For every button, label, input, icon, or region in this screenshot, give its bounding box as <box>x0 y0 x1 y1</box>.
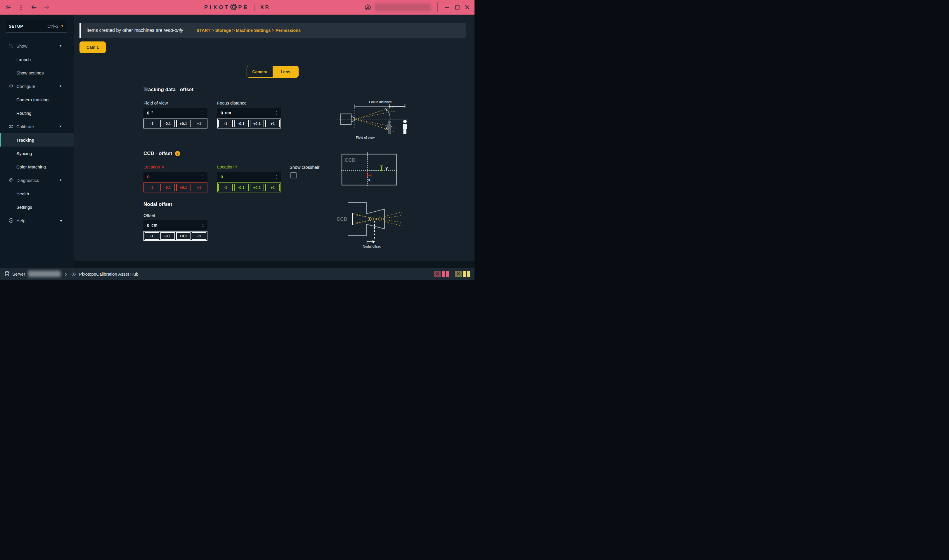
user-account-icon[interactable] <box>364 4 371 11</box>
ccd-diagram: CCD y x <box>341 152 398 187</box>
input-value: 0 <box>221 174 223 179</box>
toggle-camera[interactable]: Camera <box>247 66 273 77</box>
sidebar-item-tracking[interactable]: Tracking <box>0 133 74 146</box>
field-of-view-group: Field of view 0 ° ▲▼ -1 -0.1 +0.1 +1 <box>144 100 207 128</box>
asset-hub-label[interactable]: PixotopeCalibration Asset Hub <box>79 272 139 277</box>
plus-0_1-button[interactable]: +0.1 <box>250 184 264 191</box>
plus-0_1-button[interactable]: +0.1 <box>176 232 191 240</box>
close-button[interactable] <box>464 4 471 11</box>
minus-1-button[interactable]: -1 <box>145 184 159 191</box>
location-x-input[interactable]: 0 ▲▼ <box>144 172 207 182</box>
sidebar-item-label: Launch <box>16 57 31 62</box>
minus-0_1-button[interactable]: -0.1 <box>160 232 175 240</box>
forward-icon[interactable] <box>43 4 50 11</box>
sidebar-item-settings[interactable]: Settings <box>0 200 74 214</box>
spinner-arrows[interactable]: ▲▼ <box>276 110 278 115</box>
maximize-button[interactable] <box>454 4 460 11</box>
minus-0_1-button[interactable]: -0.1 <box>234 120 248 127</box>
spinner-arrows[interactable]: ▲▼ <box>202 110 204 115</box>
titlebar-left <box>0 4 50 11</box>
nodal-offset-input[interactable]: 0 cm ▲▼ <box>144 220 207 230</box>
plus-1-button[interactable]: +1 <box>265 120 280 127</box>
minus-1-button[interactable]: -1 <box>145 232 159 240</box>
logo-text-left: PIXOT <box>204 5 230 11</box>
sidebar-item-camera-tracking[interactable]: Camera tracking <box>0 93 74 106</box>
collapse-sidebar-icon[interactable] <box>5 4 12 11</box>
sidebar-item-help[interactable]: ? Help ◀ <box>0 214 74 227</box>
sidebar-item-diagnostics[interactable]: Diagnostics ▼ <box>0 174 74 187</box>
sidebar-item-label: Settings <box>16 205 32 210</box>
minus-1-button[interactable]: -1 <box>218 184 233 191</box>
sidebar-item-label: Help <box>16 218 25 223</box>
sidebar-item-show[interactable]: Show ▼ <box>0 39 74 52</box>
notice-emphasis: read-only <box>164 28 183 33</box>
minus-0_1-button[interactable]: -0.1 <box>160 184 175 191</box>
plus-0_1-button[interactable]: +0.1 <box>176 184 191 191</box>
chevron-down-icon: ▼ <box>61 25 64 28</box>
info-icon[interactable]: i <box>175 151 180 156</box>
minus-1-button[interactable]: -1 <box>218 120 233 127</box>
sidebar-item-label: Color Matching <box>16 165 46 169</box>
sidebar-menu: Show ▼ Launch Show settings ⚙ Configure … <box>0 39 74 227</box>
input-value: 0 <box>147 110 149 115</box>
ccd-label: CCD <box>336 216 347 222</box>
stop-icon-yellow[interactable]: ✕ <box>455 271 461 277</box>
sidebar-item-configure[interactable]: ⚙ Configure ▼ <box>0 79 74 93</box>
spinner-arrows[interactable]: ▲▼ <box>202 174 204 179</box>
input-value: 0 <box>221 110 223 115</box>
plus-1-button[interactable]: +1 <box>192 120 206 127</box>
spinner-arrows[interactable]: ▲▼ <box>276 174 278 179</box>
focus-distance-input[interactable]: 0 cm ▲▼ <box>217 108 281 118</box>
minus-0_1-button[interactable]: -0.1 <box>160 120 175 127</box>
breadcrumb[interactable]: START > Storage > Machine Settings > Per… <box>197 28 301 33</box>
sidebar-item-label: Routing <box>16 111 32 115</box>
titlebar-divider <box>437 2 438 12</box>
logo-divider <box>255 4 255 11</box>
field-of-view-input[interactable]: 0 ° ▲▼ <box>144 108 207 118</box>
mode-selector[interactable]: SETUP Ctrl+2 ▼ <box>6 20 66 33</box>
minimize-button[interactable] <box>444 4 451 11</box>
sidebar-item-color-matching[interactable]: Color Matching <box>0 160 74 174</box>
back-icon[interactable] <box>30 4 37 11</box>
sidebar-item-syncing[interactable]: Syncing <box>0 146 74 160</box>
field-label: Offset <box>144 213 207 218</box>
pause-bar-pink[interactable] <box>446 271 449 277</box>
sidebar-item-show-settings[interactable]: Show settings <box>0 66 74 79</box>
server-icon <box>5 271 9 277</box>
sidebar-item-calibrate[interactable]: Calibrate ▼ <box>0 120 74 133</box>
pause-bar-yellow[interactable] <box>463 271 466 277</box>
stop-icon-pink[interactable]: ✕ <box>434 271 441 277</box>
field-of-view-label: Field of view <box>356 136 375 139</box>
spinner-arrows[interactable]: ▲▼ <box>202 223 204 228</box>
titlebar: PIXOT PE XR <box>0 0 474 15</box>
minus-1-button[interactable]: -1 <box>145 120 159 127</box>
plus-0_1-button[interactable]: +0.1 <box>176 120 191 127</box>
sidebar-item-health[interactable]: Health <box>0 187 74 200</box>
plus-1-button[interactable]: +1 <box>192 232 206 240</box>
sidebar-item-launch[interactable]: Launch <box>0 52 74 66</box>
stepper-row: -1 -0.1 +0.1 +1 <box>144 183 207 192</box>
location-y-input[interactable]: 0 ▲▼ <box>217 172 281 182</box>
plus-0_1-button[interactable]: +0.1 <box>250 120 264 127</box>
person-gray <box>387 121 391 134</box>
sidebar-item-routing[interactable]: Routing <box>0 106 74 120</box>
minus-0_1-button[interactable]: -0.1 <box>234 184 248 191</box>
pause-bar-pink[interactable] <box>442 271 445 277</box>
y-axis-label: y <box>386 165 388 170</box>
pause-bar-yellow[interactable] <box>467 271 470 277</box>
toggle-lens[interactable]: Lens <box>273 66 298 77</box>
kebab-menu-icon[interactable] <box>17 4 25 11</box>
server-label: Server <box>12 272 25 277</box>
cam1-tab[interactable]: Cam 1 <box>79 42 106 53</box>
plus-1-button[interactable]: +1 <box>192 184 206 191</box>
help-icon: ? <box>8 218 14 223</box>
main-content: Items created by other machines are read… <box>74 15 474 268</box>
show-crosshair-checkbox[interactable] <box>290 172 296 178</box>
focus-distance-label: Focus distance <box>369 100 392 104</box>
chevron-down-icon: ▼ <box>59 125 62 128</box>
gear-icon: ⚙ <box>8 84 14 88</box>
field-label: Location X <box>144 165 207 169</box>
plus-1-button[interactable]: +1 <box>265 184 280 191</box>
sidebar-item-label: Show settings <box>16 70 43 75</box>
chevron-left-icon: ◀ <box>60 219 62 222</box>
